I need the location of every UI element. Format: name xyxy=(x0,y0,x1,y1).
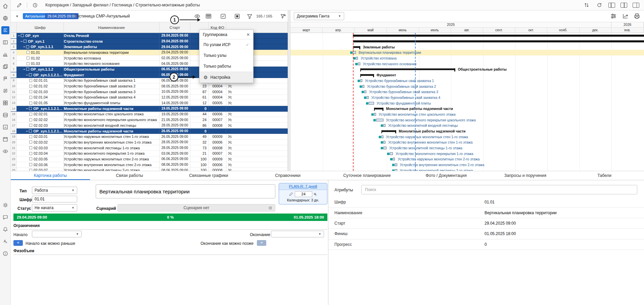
type-select[interactable]: Работа▼ xyxy=(32,187,77,194)
row-checkbox[interactable] xyxy=(21,34,24,37)
row-checkbox[interactable] xyxy=(27,51,30,54)
row-checkbox[interactable] xyxy=(29,96,32,99)
gantt-row[interactable]: Устройство наружных монолитных стен 2-го… xyxy=(290,156,644,162)
table-row[interactable]: 2502.03.07Устройство монолитной лестницы… xyxy=(11,168,288,171)
gantt-row[interactable]: Устройство песчаного основания xyxy=(290,61,644,67)
gantt-row[interactable]: Устройство фундаментной плиты xyxy=(290,100,644,106)
work-name-input[interactable] xyxy=(96,184,275,198)
gantt-task-bar[interactable] xyxy=(395,163,397,166)
collapse-icon[interactable]: − xyxy=(26,129,28,133)
filter-clear-icon[interactable] xyxy=(279,12,287,20)
gantt-task-bar[interactable] xyxy=(364,90,366,93)
view-select[interactable]: Диаграмма Ганта ▼ xyxy=(294,12,344,20)
column-header-2[interactable]: Наименование xyxy=(64,22,159,33)
code-input[interactable] xyxy=(32,196,77,202)
gantt-row[interactable]: Устройство монолитного перекрытия цоколь… xyxy=(290,117,644,123)
gantt-task-bar[interactable] xyxy=(358,63,360,65)
tab[interactable]: Карточка работы xyxy=(11,171,90,180)
eye-icon[interactable] xyxy=(1,147,9,155)
row-checkbox[interactable] xyxy=(29,107,32,110)
alap-button[interactable]: » xyxy=(257,240,266,246)
row-checkbox[interactable] xyxy=(29,157,32,160)
gantt-task-bar[interactable] xyxy=(356,57,358,60)
row-checkbox[interactable] xyxy=(29,135,32,138)
layout-right-icon[interactable] xyxy=(633,3,639,8)
row-checkbox[interactable] xyxy=(29,85,32,88)
gantt-row[interactable]: Устройство буронабивных свай захватка 2 xyxy=(290,83,644,89)
row-checkbox[interactable] xyxy=(29,73,32,76)
gantt-summary-bar[interactable] xyxy=(381,130,396,132)
gantt-row[interactable]: Устройство монолитной лестницы 2-го этаж… xyxy=(290,168,644,171)
gantt-row[interactable]: Устройство котлована xyxy=(290,55,644,61)
gantt-project-bar[interactable] xyxy=(353,35,644,37)
row-checkbox[interactable] xyxy=(29,90,32,93)
tab[interactable]: Связи работы xyxy=(90,171,169,180)
gantt-row[interactable]: Фундамент xyxy=(290,72,644,78)
constraint-end-select[interactable]: ▼ xyxy=(271,231,324,237)
edit-icon[interactable] xyxy=(15,1,23,9)
gantt-task-bar[interactable] xyxy=(390,152,393,155)
gantt-row[interactable] xyxy=(290,39,644,44)
hatch-icon[interactable] xyxy=(1,87,9,95)
gantt-row[interactable]: Устройство монолитного перекрытия 1-го э… xyxy=(290,151,644,156)
table-row[interactable]: 2202.03.04Устройство монолитного перекры… xyxy=(11,151,288,156)
theme-icon[interactable] xyxy=(1,201,9,209)
notifications-icon[interactable] xyxy=(1,225,9,233)
column-header-0[interactable] xyxy=(11,22,17,33)
table-row[interactable]: 2302.03.05Устройство наружных монолитных… xyxy=(11,156,288,162)
gantt-task-bar[interactable] xyxy=(360,79,362,82)
gantt-summary-bar[interactable] xyxy=(374,108,383,110)
table-row[interactable]: 1902.03.01Устройство наружных монолитных… xyxy=(11,134,288,140)
table-row[interactable]: 1002.01.02Устройство буронабивных свай з… xyxy=(11,83,288,89)
gantt-row[interactable]: Монолитные работы надземной части xyxy=(290,128,644,134)
tab[interactable]: Фото / Документация xyxy=(407,171,486,180)
tab[interactable]: Табели xyxy=(565,171,644,180)
collapse-icon[interactable]: − xyxy=(18,34,20,38)
menu-item[interactable]: Только узлы xyxy=(199,50,253,61)
constraint-start-select[interactable]: ▼ xyxy=(32,231,82,237)
database-icon[interactable] xyxy=(1,111,9,119)
tab[interactable]: Справочники xyxy=(248,171,327,180)
column-header-1[interactable]: Шифр xyxy=(17,22,64,33)
refresh-icon[interactable] xyxy=(596,1,603,9)
row-checkbox[interactable] xyxy=(26,68,29,71)
table-row[interactable]: 1302.01.05Устройство фундаментной плиты1… xyxy=(11,100,288,106)
plan-duration-link[interactable]: PLAN-R: 7 дней xyxy=(279,183,327,190)
gantt-task-bar[interactable] xyxy=(362,85,364,88)
table-row[interactable]: 14−OP_syn.1.1.2.1.2.02Монолитные работы … xyxy=(11,106,288,112)
row-checkbox[interactable] xyxy=(29,102,32,105)
table-row[interactable]: 1602.02.02Устройство монолитного перекры… xyxy=(11,117,288,123)
gantt-row[interactable] xyxy=(290,33,644,39)
home-icon[interactable] xyxy=(1,2,9,10)
print-icon[interactable] xyxy=(633,12,641,20)
row-checkbox[interactable] xyxy=(24,40,27,43)
row-checkbox[interactable] xyxy=(29,163,32,166)
schedule-list-icon[interactable] xyxy=(1,26,9,34)
gantt-task-bar[interactable] xyxy=(369,102,374,105)
gantt-row[interactable]: Общестроительные работы xyxy=(290,67,644,72)
tab[interactable]: Запросы и поручения xyxy=(486,171,565,180)
row-checkbox[interactable] xyxy=(27,56,30,60)
gear-icon[interactable]: ⚙ xyxy=(268,205,272,211)
collapse-icon[interactable]: − xyxy=(23,67,25,71)
row-checkbox[interactable] xyxy=(29,152,32,155)
tab[interactable]: Суточное планирование xyxy=(327,171,407,180)
gantt-row[interactable]: Устройство буронабивных свай захватка 1 xyxy=(290,78,644,84)
panel-layout-icon[interactable] xyxy=(1,38,9,46)
chevron-down-icon[interactable]: ▼ xyxy=(15,14,19,18)
row-checkbox[interactable] xyxy=(26,45,29,48)
grouping-icon[interactable] xyxy=(205,12,212,20)
row-checkbox[interactable] xyxy=(29,118,32,121)
menu-item[interactable]: Только работы xyxy=(199,61,253,72)
gantt-row[interactable]: Устройство монолитных стен цокольного эт… xyxy=(290,112,644,117)
row-checkbox[interactable] xyxy=(27,62,30,65)
histogram-icon[interactable] xyxy=(1,50,9,59)
row-checkbox[interactable] xyxy=(29,146,32,149)
gantt-row[interactable]: Устройство внутренних монолитных стен 2-… xyxy=(290,162,644,168)
row-checkbox[interactable] xyxy=(29,79,32,82)
gantt-project-bar[interactable] xyxy=(353,40,644,42)
collapse-icon[interactable]: − xyxy=(26,107,28,111)
gantt-task-bar[interactable] xyxy=(383,147,386,149)
panel-splitter[interactable] xyxy=(288,10,290,171)
swap-vertical-icon[interactable] xyxy=(583,1,590,9)
